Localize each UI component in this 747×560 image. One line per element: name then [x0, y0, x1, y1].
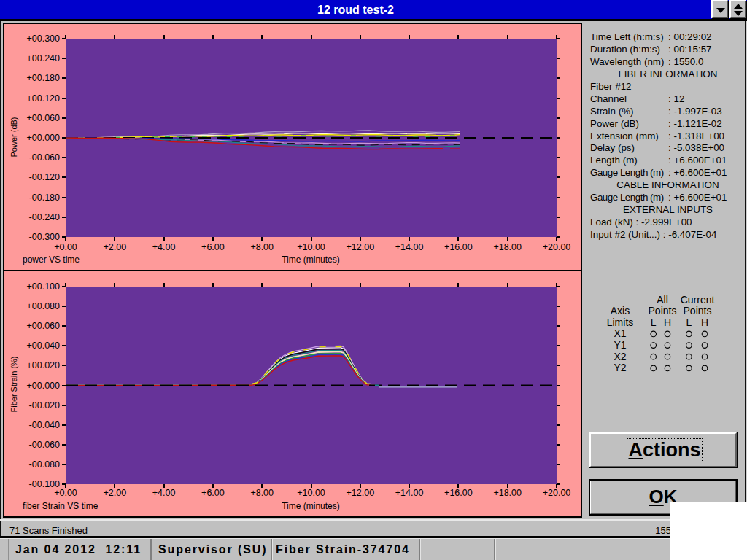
svg-text:+8.00: +8.00 [250, 242, 274, 252]
svg-text:+00.240: +00.240 [26, 53, 60, 63]
svg-text:+10.00: +10.00 [297, 488, 325, 498]
svg-text:Fiber Strain (%): Fiber Strain (%) [9, 356, 18, 412]
svg-text:+00.300: +00.300 [26, 34, 60, 44]
svg-text:+20.00: +20.00 [543, 242, 571, 252]
svg-text:+4.00: +4.00 [152, 242, 176, 252]
svg-text:-00.040: -00.040 [29, 420, 60, 430]
svg-text:X1: X1 [614, 327, 626, 339]
svg-text:+00.000: +00.000 [26, 381, 60, 391]
svg-text:+00.080: +00.080 [26, 301, 60, 311]
svg-text:Points: Points [649, 305, 677, 316]
svg-text:+12.00: +12.00 [347, 242, 375, 252]
svg-text:+4.00: +4.00 [152, 488, 176, 498]
svg-text:All: All [657, 294, 668, 306]
svg-text:+00.060: +00.060 [26, 113, 60, 123]
svg-text:+00.100: +00.100 [26, 281, 60, 292]
svg-text:+6.00: +6.00 [201, 488, 225, 498]
svg-text:Axis: Axis [611, 305, 630, 316]
svg-text:+00.040: +00.040 [26, 341, 60, 351]
svg-text:+00.060: +00.060 [26, 321, 60, 331]
svg-text:+0.00: +0.00 [54, 242, 77, 252]
svg-text:X2: X2 [614, 351, 626, 362]
svg-text:+00.020: +00.020 [26, 360, 60, 370]
svg-text:+00.000: +00.000 [26, 133, 60, 143]
svg-text:+0.00: +0.00 [54, 488, 77, 498]
svg-text:+2.00: +2.00 [103, 242, 126, 252]
svg-text:+16.00: +16.00 [444, 242, 473, 252]
svg-text:-00.120: -00.120 [29, 172, 60, 182]
svg-text:Time (minutes): Time (minutes) [282, 501, 340, 511]
svg-text:-00.060: -00.060 [29, 440, 60, 450]
svg-text:+20.00: +20.00 [543, 488, 571, 498]
svg-text:+14.00: +14.00 [395, 488, 424, 498]
svg-text:Current: Current [681, 294, 715, 306]
svg-text:Y1: Y1 [614, 339, 626, 351]
svg-text:Power (dB): Power (dB) [9, 117, 18, 157]
svg-text:Limits: Limits [607, 316, 634, 328]
svg-text:H: H [701, 316, 708, 328]
svg-text:+8.00: +8.00 [250, 488, 274, 498]
svg-text:H: H [664, 316, 671, 328]
svg-text:-00.020: -00.020 [29, 400, 60, 411]
svg-text:+2.00: +2.00 [103, 488, 126, 498]
svg-text:-00.060: -00.060 [29, 152, 60, 163]
svg-text:-00.080: -00.080 [29, 459, 60, 470]
svg-text:+6.00: +6.00 [201, 242, 225, 252]
svg-text:-00.300: -00.300 [29, 232, 60, 242]
svg-text:-00.180: -00.180 [29, 192, 60, 203]
svg-text:+16.00: +16.00 [444, 488, 473, 498]
svg-text:Time (minutes): Time (minutes) [282, 254, 340, 265]
svg-text:Points: Points [684, 305, 712, 316]
svg-text:-00.240: -00.240 [29, 212, 60, 222]
svg-text:+00.120: +00.120 [26, 93, 60, 104]
svg-text:+18.00: +18.00 [493, 488, 522, 498]
svg-text:+10.00: +10.00 [297, 242, 325, 252]
svg-text:+12.00: +12.00 [347, 488, 375, 498]
svg-text:L: L [686, 316, 692, 328]
svg-text:fiber Strain VS time: fiber Strain VS time [23, 501, 98, 511]
svg-text:Y2: Y2 [614, 362, 626, 373]
svg-text:power VS time: power VS time [23, 254, 80, 265]
svg-text:+00.180: +00.180 [26, 73, 60, 83]
svg-text:+18.00: +18.00 [493, 242, 522, 252]
svg-text:+14.00: +14.00 [395, 242, 424, 252]
svg-text:L: L [651, 316, 657, 328]
